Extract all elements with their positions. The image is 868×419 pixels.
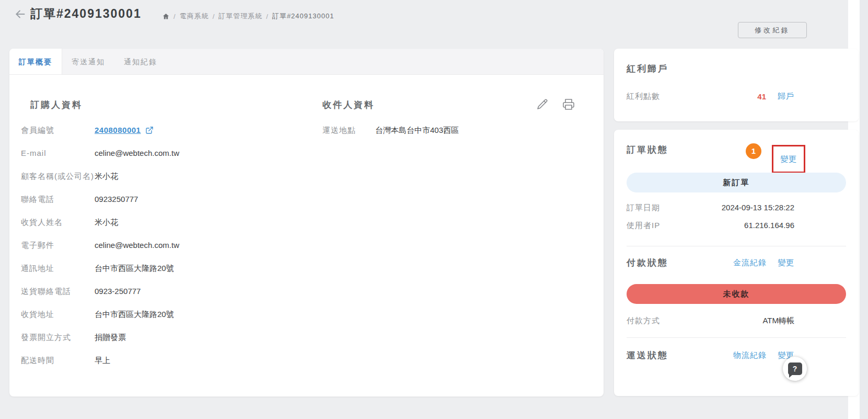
field-value: 61.216.164.96: [744, 220, 794, 231]
member-id-link[interactable]: 2408080001: [95, 125, 141, 135]
buyer-info-section: 會員編號 2408080001 E-mail celine@webtech.co…: [21, 125, 303, 378]
page-title: 訂單#2409130001: [30, 6, 142, 22]
back-arrow-icon[interactable]: [14, 7, 27, 21]
info-row-shipping-location: 運送地點 台灣本島台中市403西區: [322, 125, 521, 135]
field-label: 聯絡電話: [21, 194, 95, 205]
breadcrumb: / 電商系統 / 訂單管理系統 / 訂單#2409130001: [162, 12, 334, 21]
help-button[interactable]: ?: [783, 357, 807, 381]
field-label: 收貨地址: [21, 309, 95, 320]
info-row-delivery-address: 收貨地址 台中市西區大隆路20號: [21, 309, 303, 320]
payment-status-header: 付款狀態 金流紀錄 變更: [627, 257, 794, 269]
field-value: 捐贈發票: [95, 332, 126, 343]
info-row-invoice-type: 發票開立方式 捐贈發票: [21, 332, 303, 343]
divider: [627, 337, 846, 338]
field-label: 通訊地址: [21, 263, 95, 274]
breadcrumb-separator: /: [173, 13, 176, 20]
field-label: 電子郵件: [21, 240, 95, 251]
field-label: 送貨聯絡電話: [21, 286, 95, 297]
field-label: 使用者IP: [627, 220, 660, 231]
info-row-member-id: 會員編號 2408080001: [21, 125, 303, 135]
field-value: 2024-09-13 15:28:22: [722, 202, 794, 213]
buyer-section-title: 訂購人資料: [30, 99, 83, 111]
field-label: 會員編號: [21, 125, 95, 135]
payment-status-title: 付款狀態: [627, 257, 668, 269]
payment-method-row: 付款方式 ATM轉帳: [627, 315, 794, 326]
bonus-card: 紅利歸戶 紅利點數 41 歸戶: [614, 49, 859, 121]
bonus-card-title: 紅利歸戶: [627, 63, 668, 75]
tab-notification-log[interactable]: 通知紀錄: [114, 49, 167, 74]
field-value: 台中市西區大隆路20號: [95, 309, 174, 320]
field-value: celine@webtech.com.tw: [95, 148, 179, 158]
external-link-icon[interactable]: [145, 126, 154, 134]
print-icon[interactable]: [562, 98, 575, 110]
field-value: 米小花: [95, 171, 118, 182]
payment-status-pill: 未收款: [627, 284, 846, 304]
payment-log-link[interactable]: 金流紀錄: [733, 258, 767, 268]
field-label: 收貨人姓名: [21, 217, 95, 228]
recipient-actions: [536, 98, 575, 110]
info-row-customer-name: 顧客名稱(或公司名) 米小花: [21, 171, 303, 182]
field-value: celine@webtech.com.tw: [95, 240, 179, 251]
order-date-row: 訂單日期 2024-09-13 15:28:22: [627, 202, 794, 213]
user-ip-row: 使用者IP 61.216.164.96: [627, 220, 794, 231]
tab-send-notification[interactable]: 寄送通知: [62, 49, 114, 74]
order-meta-rows: 訂單日期 2024-09-13 15:28:22 使用者IP 61.216.16…: [627, 202, 794, 238]
payment-change-link[interactable]: 變更: [778, 258, 794, 268]
question-bubble-icon: ?: [788, 363, 802, 375]
shipping-log-link[interactable]: 物流紀錄: [733, 350, 767, 360]
info-row-contact-phone: 聯絡電話 0923250777: [21, 194, 303, 205]
notification-badge: 1: [746, 143, 761, 159]
field-value: 台灣本島台中市403西區: [375, 125, 459, 135]
field-value: 0923-250777: [95, 286, 141, 297]
field-value: 0923250777: [95, 194, 138, 205]
field-value: 台中市西區大隆路20號: [95, 263, 174, 274]
breadcrumb-separator: /: [266, 13, 269, 20]
bonus-points-label: 紅利點數: [627, 92, 660, 101]
field-label: 付款方式: [627, 315, 660, 326]
home-icon[interactable]: [162, 13, 170, 20]
info-row-delivery-phone: 送貨聯絡電話 0923-250777: [21, 286, 303, 297]
field-value: ATM轉帳: [762, 315, 794, 326]
info-row-consignee-name: 收貨人姓名 米小花: [21, 217, 303, 228]
breadcrumb-item-order-management[interactable]: 訂單管理系統: [218, 12, 262, 21]
order-status-title: 訂單狀態: [627, 144, 668, 156]
edit-records-button[interactable]: 修改紀錄: [738, 22, 807, 38]
info-row-mailing-address: 通訊地址 台中市西區大隆路20號: [21, 263, 303, 274]
field-value: 早上: [95, 355, 110, 366]
divider: [627, 246, 846, 246]
recipient-section-title: 收件人資料: [322, 99, 375, 111]
bonus-points-value: 41: [757, 92, 766, 101]
recipient-info-section: 運送地點 台灣本島台中市403西區: [322, 125, 521, 148]
order-detail-card: 訂單概要 寄送通知 通知紀錄 訂購人資料 會員編號 2408080001 E-m…: [9, 49, 604, 397]
field-label: E-mail: [21, 148, 95, 158]
info-row-delivery-time: 配送時間 早上: [21, 355, 303, 366]
order-status-change-link[interactable]: 變更: [780, 154, 797, 164]
field-label: 訂單日期: [627, 202, 660, 213]
info-row-email2: 電子郵件 celine@webtech.com.tw: [21, 240, 303, 251]
order-status-card: 訂單狀態 1 變更 新訂單 訂單日期 2024-09-13 15:28:22 使…: [614, 130, 859, 396]
bonus-assign-link[interactable]: 歸戶: [778, 92, 794, 101]
field-value: 2408080001: [95, 125, 154, 135]
page-header: 訂單#2409130001 / 電商系統 / 訂單管理系統 / 訂單#24091…: [0, 0, 868, 47]
field-label: 運送地點: [322, 125, 375, 135]
field-label: 配送時間: [21, 355, 95, 366]
tabbar: 訂單概要 寄送通知 通知紀錄: [9, 49, 604, 75]
breadcrumb-separator: /: [213, 13, 215, 20]
order-status-pill: 新訂單: [627, 173, 846, 192]
edit-pencil-icon[interactable]: [536, 98, 549, 110]
order-status-change-annotation: 變更: [772, 145, 805, 173]
field-label: 顧客名稱(或公司名): [21, 171, 95, 182]
breadcrumb-item-current-order: 訂單#2409130001: [272, 12, 334, 21]
tab-order-summary[interactable]: 訂單概要: [9, 49, 62, 74]
window-edge: [860, 0, 868, 419]
field-value: 米小花: [95, 217, 118, 228]
payment-meta-rows: 付款方式 ATM轉帳: [627, 315, 794, 333]
breadcrumb-item-shop-system[interactable]: 電商系統: [180, 12, 209, 21]
shipping-status-title: 運送狀態: [627, 349, 668, 361]
shipping-status-header: 運送狀態 物流紀錄 變更: [627, 349, 794, 361]
bonus-points-row: 紅利點數 41 歸戶: [627, 92, 794, 101]
field-label: 發票開立方式: [21, 332, 95, 343]
info-row-email: E-mail celine@webtech.com.tw: [21, 148, 303, 158]
